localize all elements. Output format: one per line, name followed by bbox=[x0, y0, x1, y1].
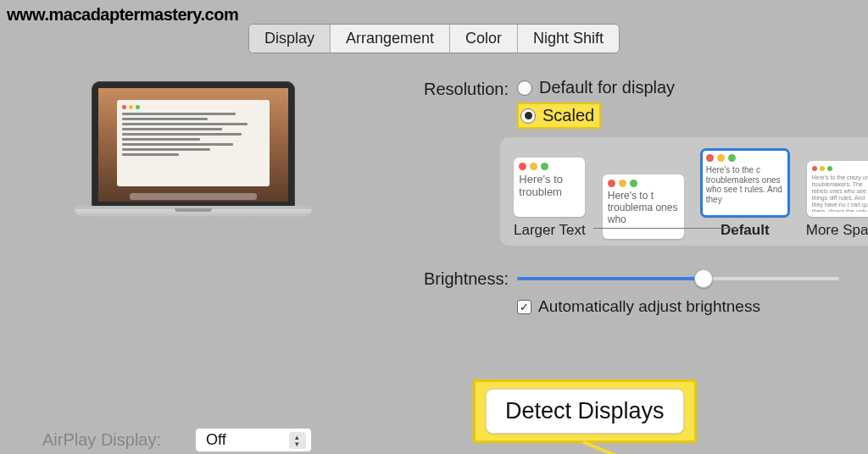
thumb-sample-text: Here's to troublem bbox=[519, 174, 580, 199]
scale-option-2[interactable]: Here's to t troublema ones who bbox=[603, 174, 684, 239]
airplay-select[interactable]: Off bbox=[195, 428, 312, 452]
scale-track-line bbox=[593, 228, 737, 229]
thumb-sample-text: Here's to the c troublemakers ones who s… bbox=[706, 165, 784, 204]
tab-display[interactable]: Display bbox=[249, 25, 331, 53]
thumb-sample-text: Here's to the crazy ones troublemakers. … bbox=[812, 174, 868, 212]
tab-color[interactable]: Color bbox=[450, 25, 518, 53]
brightness-slider[interactable] bbox=[517, 277, 839, 280]
scale-option-default[interactable]: Here's to the c troublemakers ones who s… bbox=[701, 149, 789, 239]
display-settings: Resolution: Default for display Scaled H… bbox=[373, 78, 851, 316]
scale-label-default: Default bbox=[721, 222, 770, 239]
radio-icon bbox=[517, 80, 532, 96]
highlight-detect-displays: Detect Displays bbox=[473, 379, 697, 443]
macbook-illustration bbox=[75, 81, 312, 217]
tab-night-shift[interactable]: Night Shift bbox=[518, 25, 619, 53]
resolution-scale-picker: Here's to troublem Larger Text Here's to… bbox=[500, 137, 868, 246]
radio-label: Scaled bbox=[542, 106, 594, 125]
scale-option-more-space[interactable]: Here's to the crazy ones troublemakers. … bbox=[806, 161, 868, 239]
tab-arrangement[interactable]: Arrangement bbox=[331, 25, 450, 53]
radio-label: Default for display bbox=[539, 78, 675, 97]
radio-default-for-display[interactable]: Default for display bbox=[517, 78, 675, 97]
watermark-text: www.macadaptermastery.com bbox=[7, 5, 238, 25]
auto-brightness-label: Automatically adjust brightness bbox=[538, 297, 760, 316]
scale-option-larger-text[interactable]: Here's to troublem Larger Text bbox=[514, 158, 586, 239]
brightness-label: Brightness: bbox=[373, 268, 517, 289]
prefs-tabbar: Display Arrangement Color Night Shift bbox=[248, 24, 620, 53]
bottom-label-fragment: AirPlay Display: bbox=[42, 430, 161, 450]
detect-displays-button[interactable]: Detect Displays bbox=[486, 389, 684, 434]
bottom-cropped-row: AirPlay Display: Off bbox=[42, 428, 312, 452]
scale-label-more-space: More Space bbox=[806, 222, 868, 239]
resolution-label: Resolution: bbox=[373, 78, 517, 99]
stepper-arrows-icon bbox=[289, 432, 306, 449]
thumb-sample-text: Here's to t troublema ones who bbox=[608, 191, 679, 225]
radio-scaled[interactable]: Scaled bbox=[517, 102, 675, 129]
scale-label-larger: Larger Text bbox=[514, 222, 586, 239]
highlight-scaled: Scaled bbox=[517, 102, 601, 129]
select-value: Off bbox=[206, 431, 226, 448]
auto-brightness-checkbox[interactable]: ✓ bbox=[517, 300, 531, 314]
slider-knob-icon[interactable] bbox=[694, 269, 713, 288]
radio-icon bbox=[520, 108, 536, 124]
